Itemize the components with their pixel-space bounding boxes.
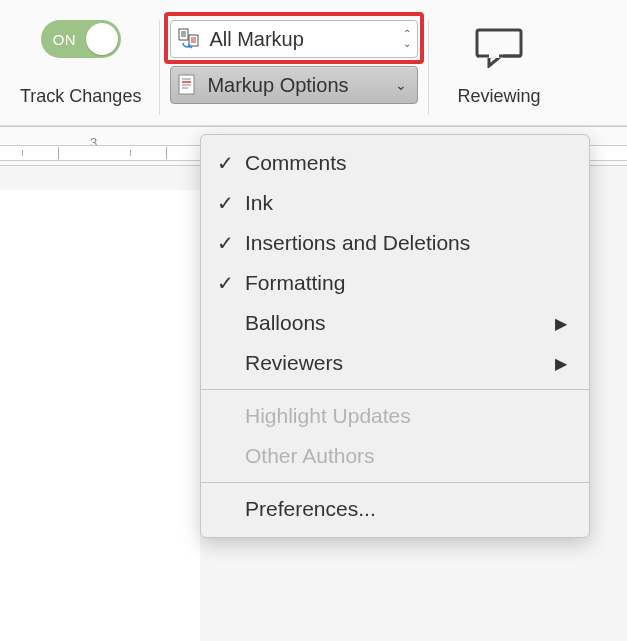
checkmark-icon: ✓ [217,191,245,215]
ribbon-toolbar: ON Track Changes All Marku [0,0,627,126]
markup-options-menu: ✓ Comments ✓ Ink ✓ Insertions and Deleti… [200,134,590,538]
checkmark-icon: ✓ [217,271,245,295]
ruler-tick [130,150,131,156]
menu-separator [201,389,589,390]
chevron-down-icon: ⌄ [395,77,407,93]
svg-rect-13 [477,30,521,56]
ruler-tick [166,147,167,159]
display-mode-icon [177,27,201,51]
menu-item-highlight-updates: Highlight Updates [201,396,589,436]
menu-item-formatting[interactable]: ✓ Formatting [201,263,589,303]
menu-item-comments[interactable]: ✓ Comments [201,143,589,183]
menu-item-preferences[interactable]: Preferences... [201,489,589,529]
submenu-arrow-icon: ▶ [555,354,567,373]
checkmark-icon: ✓ [217,231,245,255]
menu-item-ink[interactable]: ✓ Ink [201,183,589,223]
document-page [0,190,200,641]
checkmark-icon: ✓ [217,151,245,175]
group-divider [159,20,160,115]
display-select-value: All Markup [209,28,395,51]
markup-options-label: Markup Options [207,74,385,97]
reviewing-group: Reviewing [437,20,560,107]
track-changes-group: ON Track Changes [10,20,151,107]
markup-group: All Markup ⌃⌄ Markup Options ⌄ [168,20,420,104]
stepper-arrows-icon: ⌃⌄ [403,30,411,48]
menu-item-insertions-deletions[interactable]: ✓ Insertions and Deletions [201,223,589,263]
toggle-on-label: ON [44,31,77,48]
ruler-tick [22,150,23,156]
toggle-knob [86,23,118,55]
markup-doc-icon [177,73,197,97]
ruler-tick [58,147,59,159]
comment-icon[interactable] [473,26,525,68]
menu-separator [201,482,589,483]
track-changes-toggle[interactable]: ON [41,20,121,58]
menu-item-reviewers[interactable]: Reviewers ▶ [201,343,589,383]
reviewing-label: Reviewing [457,86,540,107]
group-divider [428,20,429,115]
menu-item-balloons[interactable]: Balloons ▶ [201,303,589,343]
submenu-arrow-icon: ▶ [555,314,567,333]
menu-item-other-authors: Other Authors [201,436,589,476]
track-changes-label: Track Changes [20,86,141,107]
display-for-review-select[interactable]: All Markup ⌃⌄ [170,20,418,58]
markup-options-button[interactable]: Markup Options ⌄ [170,66,418,104]
